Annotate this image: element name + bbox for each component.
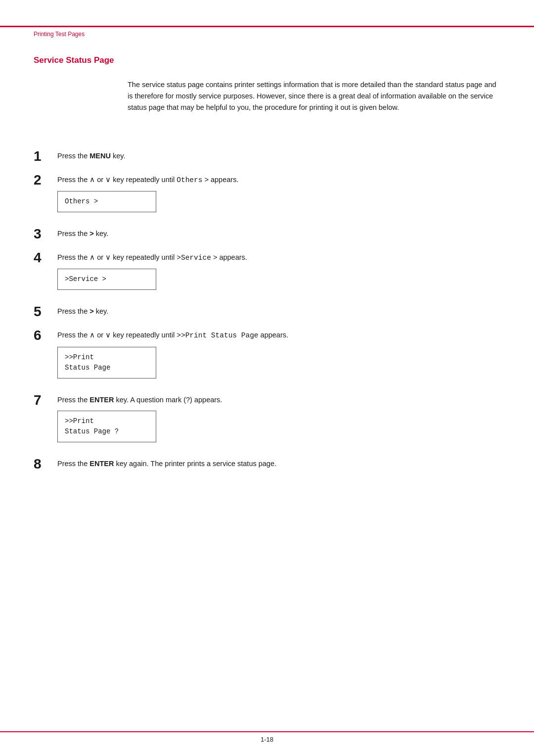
step-content-2: Press the ∧ or ∨ key repeatedly until Ot…	[57, 172, 500, 217]
display-box-4: >Service >	[57, 269, 156, 290]
step-number-8: 8	[34, 456, 57, 471]
intro-text: The service status page contains printer…	[128, 79, 500, 114]
bottom-rule	[0, 731, 534, 732]
display-box-6: >>Print Status Page	[57, 347, 156, 378]
step-content-7: Press the ENTER key. A question mark (?)…	[57, 392, 500, 447]
step-6: 6Press the ∧ or ∨ key repeatedly until >…	[34, 328, 500, 383]
step-1: 1Press the MENU key.	[34, 148, 500, 163]
step-content-6: Press the ∧ or ∨ key repeatedly until >>…	[57, 328, 500, 383]
step-content-5: Press the > key.	[57, 304, 500, 317]
step-content-1: Press the MENU key.	[57, 148, 500, 162]
top-rule	[0, 26, 534, 27]
display-box-7: >>Print Status Page ?	[57, 411, 156, 442]
step-bold-3: >	[89, 230, 93, 237]
step-content-4: Press the ∧ or ∨ key repeatedly until >S…	[57, 250, 500, 295]
step-8: 8Press the ENTER key again. The printer …	[34, 456, 500, 471]
steps-container: 1Press the MENU key.2Press the ∧ or ∨ ke…	[34, 148, 500, 480]
step-code-4: >Service	[177, 254, 211, 262]
step-content-8: Press the ENTER key again. The printer p…	[57, 456, 500, 470]
step-number-7: 7	[34, 392, 57, 407]
step-number-1: 1	[34, 148, 57, 163]
step-content-3: Press the > key.	[57, 226, 500, 239]
step-number-3: 3	[34, 226, 57, 241]
page-number: 1-18	[261, 736, 273, 743]
step-3: 3Press the > key.	[34, 226, 500, 241]
step-bold-7: ENTER	[89, 396, 114, 404]
step-number-6: 6	[34, 328, 57, 342]
section-title: Service Status Page	[34, 55, 114, 65]
step-number-2: 2	[34, 172, 57, 187]
step-2: 2Press the ∧ or ∨ key repeatedly until O…	[34, 172, 500, 217]
step-5: 5Press the > key.	[34, 304, 500, 319]
step-bold-8: ENTER	[89, 460, 114, 468]
display-box-2: Others >	[57, 191, 156, 212]
step-4: 4Press the ∧ or ∨ key repeatedly until >…	[34, 250, 500, 295]
step-number-4: 4	[34, 250, 57, 265]
step-bold-5: >	[89, 307, 93, 315]
step-code-2: Others	[177, 176, 202, 184]
step-7: 7Press the ENTER key. A question mark (?…	[34, 392, 500, 447]
step-bold-1: MENU	[89, 152, 111, 160]
step-number-5: 5	[34, 304, 57, 319]
step-code-6: >>Print Status Page	[177, 331, 258, 339]
breadcrumb: Printing Test Pages	[34, 31, 85, 38]
